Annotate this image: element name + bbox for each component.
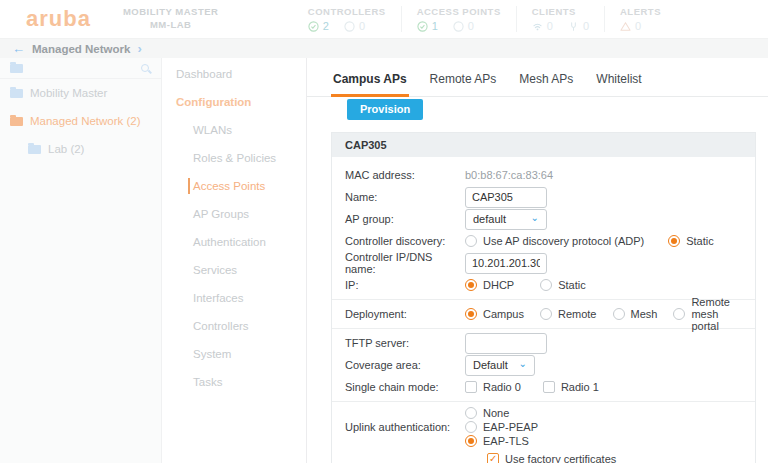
factory-certificates-label: Use factory certificates: [505, 453, 616, 463]
config-menu: Dashboard Configuration WLANs Roles & Po…: [162, 58, 307, 463]
uplink-eap-tls-option[interactable]: EAP-TLS: [465, 434, 538, 447]
tab-mesh-aps[interactable]: Mesh APs: [517, 68, 575, 96]
folder-icon: [28, 145, 41, 154]
tftp-input[interactable]: [465, 333, 547, 354]
deployment-mesh-option[interactable]: Mesh: [613, 308, 658, 320]
radio0-checkbox-option[interactable]: Radio 0: [465, 381, 521, 393]
uplink-option-label: EAP-TLS: [483, 435, 529, 447]
stat-clients[interactable]: CLIENTS 0 0: [516, 6, 604, 32]
deployment-remote-option[interactable]: Remote: [540, 308, 597, 320]
uplink-eap-peap-option[interactable]: EAP-PEAP: [465, 420, 538, 433]
search-icon[interactable]: [141, 64, 149, 72]
app-header: aruba MOBILITY MASTER MM-LAB CONTROLLERS…: [0, 0, 768, 38]
menu-item-system[interactable]: System: [162, 340, 306, 368]
network-tree-sidebar: Mobility Master Managed Network (2) Lab …: [0, 58, 162, 463]
static-discovery-radio-option[interactable]: Static: [668, 235, 714, 247]
uplink-none-option[interactable]: None: [465, 406, 538, 419]
deployment-option-label: Remote mesh portal: [691, 296, 742, 332]
stat-alerts[interactable]: ALERTS 0: [604, 6, 676, 32]
radio-selected-icon[interactable]: [465, 308, 477, 320]
ap-provision-panel: CAP305 MAC address: b0:b8:67:ca:83:64 Na…: [331, 132, 756, 463]
menu-item-interfaces[interactable]: Interfaces: [162, 284, 306, 312]
tree-item-mobility-master[interactable]: Mobility Master: [0, 79, 161, 107]
menu-item-services[interactable]: Services: [162, 256, 306, 284]
tree-item-managed-network[interactable]: Managed Network (2): [0, 107, 161, 135]
access-points-up: 1: [417, 20, 438, 32]
radio-selected-icon[interactable]: [465, 435, 477, 447]
coverage-area-select[interactable]: Default ⌄: [465, 355, 535, 376]
folder-icon: [10, 89, 23, 98]
uplink-auth-options: None EAP-PEAP EAP-TLS: [465, 406, 538, 447]
menu-item-access-points[interactable]: Access Points: [162, 172, 306, 200]
tab-campus-aps[interactable]: Campus APs: [331, 68, 409, 97]
controllers-down: 0: [344, 20, 365, 32]
stat-value: 0: [583, 20, 589, 32]
wifi-icon: [532, 21, 543, 32]
coverage-area-selected-value: Default: [473, 359, 508, 371]
context-line2: MM-LAB: [123, 19, 218, 32]
controller-ip-input[interactable]: [465, 253, 547, 274]
tree-item-label: Mobility Master: [30, 87, 107, 99]
circle-icon: [344, 21, 355, 32]
coverage-area-label: Coverage area:: [345, 359, 465, 371]
checkbox-unchecked-icon[interactable]: [543, 381, 555, 393]
menu-item-ap-groups[interactable]: AP Groups: [162, 200, 306, 228]
stat-label: CLIENTS: [532, 6, 589, 17]
menu-item-roles-policies[interactable]: Roles & Policies: [162, 144, 306, 172]
deployment-option-label: Mesh: [631, 308, 658, 320]
provision-button[interactable]: Provision: [347, 99, 423, 120]
radio-unselected-icon[interactable]: [673, 308, 685, 320]
ip-row: IP: DHCP Static: [345, 275, 742, 295]
radio-unselected-icon[interactable]: [540, 308, 552, 320]
dhcp-radio-option[interactable]: DHCP: [465, 279, 514, 291]
radio-selected-icon[interactable]: [668, 235, 680, 247]
menu-item-dashboard[interactable]: Dashboard: [162, 60, 306, 88]
stat-value: 0: [635, 20, 641, 32]
panel-title: CAP305: [332, 133, 755, 157]
mac-address-row: MAC address: b0:b8:67:ca:83:64: [345, 165, 742, 185]
adp-radio-option[interactable]: Use AP discovery protocol (ADP): [465, 235, 644, 247]
tab-whitelist[interactable]: Whitelist: [594, 68, 643, 96]
tab-remote-aps[interactable]: Remote APs: [428, 68, 499, 96]
warning-triangle-icon: [620, 21, 631, 32]
radio-selected-icon[interactable]: [465, 279, 477, 291]
circle-icon: [453, 21, 464, 32]
chevron-right-icon: ›: [137, 41, 141, 56]
tree-item-label: Managed Network (2): [30, 115, 141, 127]
stat-value: 0: [359, 20, 365, 32]
menu-item-configuration[interactable]: Configuration: [162, 88, 306, 116]
breadcrumb-label[interactable]: Managed Network: [32, 43, 130, 55]
deployment-campus-option[interactable]: Campus: [465, 308, 524, 320]
mac-address-label: MAC address:: [345, 169, 465, 181]
radio-unselected-icon[interactable]: [465, 421, 477, 433]
ap-group-select[interactable]: default ⌄: [465, 209, 547, 230]
network-hierarchy-icon[interactable]: [10, 64, 23, 73]
radio-unselected-icon[interactable]: [465, 235, 477, 247]
deployment-option-label: Campus: [483, 308, 524, 320]
radio-unselected-icon[interactable]: [613, 308, 625, 320]
stat-value: 0: [547, 20, 553, 32]
deployment-remote-mesh-portal-option[interactable]: Remote mesh portal: [673, 296, 742, 332]
back-arrow-icon[interactable]: ←: [12, 41, 25, 56]
ip-static-radio-option[interactable]: Static: [540, 279, 586, 291]
factory-certificates-checkbox-option[interactable]: Use factory certificates: [487, 453, 616, 463]
radio-unselected-icon[interactable]: [540, 279, 552, 291]
name-input[interactable]: [465, 187, 547, 208]
stat-label: CONTROLLERS: [308, 6, 386, 17]
menu-item-authentication[interactable]: Authentication: [162, 228, 306, 256]
menu-item-tasks[interactable]: Tasks: [162, 368, 306, 396]
content-area: Campus APs Remote APs Mesh APs Whitelist…: [307, 58, 768, 463]
open-folder-icon: [10, 117, 23, 126]
coverage-area-row: Coverage area: Default ⌄: [345, 355, 742, 375]
stat-controllers[interactable]: CONTROLLERS 2 0: [293, 6, 401, 32]
radio-unselected-icon[interactable]: [465, 407, 477, 419]
dhcp-option-label: DHCP: [483, 279, 514, 291]
tree-item-lab[interactable]: Lab (2): [0, 135, 161, 163]
menu-item-wlans[interactable]: WLANs: [162, 116, 306, 144]
checkbox-unchecked-icon[interactable]: [465, 381, 477, 393]
menu-item-controllers[interactable]: Controllers: [162, 312, 306, 340]
radio1-checkbox-option[interactable]: Radio 1: [543, 381, 599, 393]
chevron-down-icon: ⌄: [531, 213, 539, 223]
stat-access-points[interactable]: ACCESS POINTS 1 0: [401, 6, 516, 32]
checkbox-checked-icon[interactable]: [487, 453, 499, 463]
